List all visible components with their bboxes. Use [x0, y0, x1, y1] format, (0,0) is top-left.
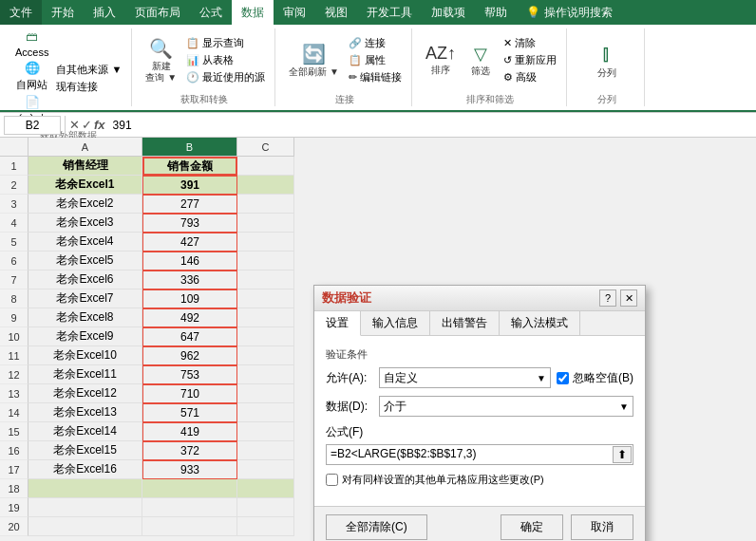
cell-a5[interactable]: 老余Excel4 — [28, 233, 142, 252]
btn-clear[interactable]: ✕ 清除 — [501, 35, 558, 51]
cell-a19[interactable] — [28, 498, 142, 517]
tab-file[interactable]: 文件 — [0, 0, 42, 25]
cell-a6[interactable]: 老余Excel5 — [28, 252, 142, 270]
ignore-blank-input[interactable] — [557, 372, 569, 384]
apply-checkbox-row[interactable]: 对有同样设置的其他单元格应用这些更改(P) — [326, 473, 633, 487]
cell-b1[interactable]: 销售金额 — [142, 157, 237, 176]
cell-a12[interactable]: 老余Excel11 — [28, 365, 142, 384]
cell-b2[interactable]: 391 — [142, 176, 237, 195]
cell-c12[interactable] — [237, 365, 294, 384]
tab-view[interactable]: 视图 — [315, 0, 357, 25]
dialog-tab-input-info[interactable]: 输入信息 — [361, 311, 430, 335]
btn-sort[interactable]: AZ↑ 排序 — [422, 42, 460, 78]
cell-a16[interactable]: 老余Excel15 — [28, 441, 142, 460]
cell-b18[interactable] — [142, 479, 237, 498]
cell-c19[interactable] — [237, 498, 294, 517]
cell-a2[interactable]: 老余Excel1 — [28, 176, 142, 195]
insert-function-icon[interactable]: fx — [94, 118, 105, 132]
cell-c4[interactable] — [237, 214, 294, 233]
col-header-b[interactable]: B — [142, 138, 237, 156]
cell-c20[interactable] — [237, 517, 294, 536]
cell-b20[interactable] — [142, 517, 237, 536]
tab-home[interactable]: 开始 — [42, 0, 84, 25]
dialog-tab-settings[interactable]: 设置 — [314, 311, 361, 336]
cell-a7[interactable]: 老余Excel6 — [28, 270, 142, 289]
cancel-formula-icon[interactable]: ✕ — [69, 118, 80, 132]
cell-c18[interactable] — [237, 479, 294, 498]
cell-b19[interactable] — [142, 498, 237, 517]
cell-c14[interactable] — [237, 403, 294, 422]
cell-b9[interactable]: 492 — [142, 308, 237, 327]
cell-c10[interactable] — [237, 327, 294, 346]
cell-c5[interactable] — [237, 233, 294, 252]
tab-formula[interactable]: 公式 — [190, 0, 232, 25]
cell-c8[interactable] — [237, 289, 294, 308]
btn-access[interactable]: 🗃Access — [13, 28, 50, 59]
cell-a18[interactable] — [28, 479, 142, 498]
tab-data[interactable]: 数据 — [232, 0, 274, 25]
tab-addins[interactable]: 加载项 — [422, 0, 475, 25]
cell-b5[interactable]: 427 — [142, 233, 237, 252]
btn-connections[interactable]: 🔗 连接 — [347, 35, 404, 51]
cell-a15[interactable]: 老余Excel14 — [28, 422, 142, 441]
cell-c13[interactable] — [237, 384, 294, 403]
cell-a10[interactable]: 老余Excel9 — [28, 327, 142, 346]
cell-a9[interactable]: 老余Excel8 — [28, 308, 142, 327]
cell-b17[interactable]: 933 — [142, 460, 237, 479]
allow-select[interactable]: 自定义 ▼ — [379, 367, 551, 388]
tab-developer[interactable]: 开发工具 — [357, 0, 422, 25]
tab-insert[interactable]: 插入 — [84, 0, 125, 25]
btn-properties[interactable]: 📋 属性 — [347, 52, 404, 68]
cell-b6[interactable]: 146 — [142, 252, 237, 270]
btn-split-column[interactable]: ⫿ 分列 — [590, 40, 624, 81]
btn-advanced[interactable]: ⚙ 高级 — [501, 69, 558, 85]
cell-b11[interactable]: 962 — [142, 346, 237, 365]
formula-range-btn[interactable]: ⬆ — [613, 446, 632, 463]
dialog-tab-error-alert[interactable]: 出错警告 — [430, 311, 500, 335]
cell-b14[interactable]: 571 — [142, 403, 237, 422]
ignore-blank-checkbox[interactable]: 忽略空值(B) — [557, 370, 633, 386]
cell-c16[interactable] — [237, 441, 294, 460]
col-header-a[interactable]: A — [28, 138, 142, 156]
formula-value[interactable]: =B2<LARGE($B$2:$B$17,3) — [326, 444, 633, 465]
dialog-close-btn[interactable]: ✕ — [620, 289, 637, 307]
dialog-tab-input-mode[interactable]: 输入法模式 — [500, 311, 580, 335]
cell-c9[interactable] — [237, 308, 294, 327]
cell-a17[interactable]: 老余Excel16 — [28, 460, 142, 479]
btn-new-query[interactable]: 🔍 新建查询 ▼ — [142, 35, 180, 85]
cell-b4[interactable]: 793 — [142, 214, 237, 233]
btn-show-query[interactable]: 📋 显示查询 — [184, 35, 267, 51]
btn-edit-links[interactable]: ✏ 编辑链接 — [347, 69, 404, 85]
cell-c1[interactable] — [237, 157, 294, 176]
cell-a14[interactable]: 老余Excel13 — [28, 403, 142, 422]
tab-review[interactable]: 审阅 — [274, 0, 315, 25]
btn-web[interactable]: 🌐自网站 — [13, 60, 50, 93]
cell-b7[interactable]: 336 — [142, 270, 237, 289]
cell-b8[interactable]: 109 — [142, 289, 237, 308]
cell-a3[interactable]: 老余Excel2 — [28, 195, 142, 214]
btn-filter[interactable]: ▽ 筛选 — [463, 42, 498, 79]
cell-c15[interactable] — [237, 422, 294, 441]
cancel-button[interactable]: 取消 — [571, 514, 633, 540]
clear-all-button[interactable]: 全部清除(C) — [326, 514, 427, 540]
formula-input[interactable] — [109, 119, 752, 132]
cell-a20[interactable] — [28, 517, 142, 536]
ok-button[interactable]: 确定 — [501, 514, 563, 540]
cell-c3[interactable] — [237, 195, 294, 214]
cell-b10[interactable]: 647 — [142, 327, 237, 346]
cell-a1[interactable]: 销售经理 — [28, 157, 142, 176]
cell-a11[interactable]: 老余Excel10 — [28, 346, 142, 365]
cell-c17[interactable] — [237, 460, 294, 479]
btn-other-source[interactable]: 自其他来源 ▼ — [54, 62, 123, 78]
btn-from-table[interactable]: 📊 从表格 — [184, 52, 267, 68]
col-header-c[interactable]: C — [237, 138, 294, 156]
cell-c6[interactable] — [237, 252, 294, 270]
data-validation-dialog[interactable]: 数据验证 ? ✕ 设置 输入信息 出错警告 输入法模式 验证条件 允许(A): … — [313, 285, 646, 541]
tab-page-layout[interactable]: 页面布局 — [125, 0, 190, 25]
cell-c2[interactable] — [237, 176, 294, 195]
confirm-formula-icon[interactable]: ✓ — [82, 118, 92, 132]
dialog-help-btn[interactable]: ? — [599, 289, 616, 307]
cell-b3[interactable]: 277 — [142, 195, 237, 214]
btn-refresh-all[interactable]: 🔄 全部刷新 ▼ — [285, 41, 343, 80]
cell-b15[interactable]: 419 — [142, 422, 237, 441]
